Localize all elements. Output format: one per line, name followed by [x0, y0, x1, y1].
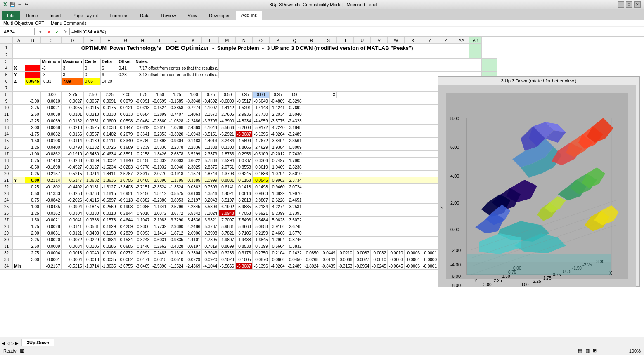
table-row: 19 -0.50 -0.1898 -0.4527 -0.9127 -1.5234… [0, 164, 513, 171]
cell-reference-box[interactable] [2, 28, 35, 35]
col-Y[interactable]: Y [421, 37, 438, 44]
tab-review[interactable]: Review [156, 11, 181, 20]
cell-h8: -1.75 [134, 92, 151, 98]
window-controls[interactable]: ─ □ ✕ [618, 1, 641, 8]
cancel-formula-btn[interactable]: ✕ [45, 29, 53, 35]
col-K[interactable]: K [185, 37, 202, 44]
row-4-header: 4 [0, 65, 13, 72]
tab-formulas[interactable]: Formulas [104, 11, 134, 20]
col-J[interactable]: J [168, 37, 185, 44]
table-row: 4 X -3 3 0 6 0.41 + 7/17 offset from cen… [0, 65, 513, 72]
svg-marker-59 [467, 262, 611, 275]
col-I[interactable]: I [151, 37, 168, 44]
tab-view[interactable]: View [182, 11, 203, 20]
tab-insert[interactable]: Insert [44, 11, 66, 20]
svg-text:6.00: 6.00 [450, 145, 459, 150]
tab-add-ins[interactable]: Add-Ins [236, 11, 262, 20]
col-H[interactable]: H [134, 37, 151, 44]
col-C[interactable]: C [40, 37, 62, 44]
cell-o8: 0.00 [252, 92, 269, 98]
title-bar: X 💾 ↩ ↪ 3Up-3Down.xls [Compatibility Mod… [0, 0, 644, 9]
tab-data[interactable]: Data [135, 11, 155, 20]
tab-file[interactable]: File [2, 11, 20, 20]
svg-text:1.50: 1.50 [502, 274, 510, 279]
col-D[interactable]: D [62, 37, 83, 44]
table-row: 25 1.00 -0.0435 -0.0994 -0.1845 -0.2569 … [0, 204, 513, 210]
table-row: 22 0.25 -0.1802 -0.4402 -0.9181 -1.6127 … [0, 184, 513, 190]
cell-r8-x: X [303, 92, 337, 98]
formula-input[interactable] [69, 28, 642, 35]
col-AA[interactable]: AA [454, 37, 469, 44]
table-row: 9 -3.00 0.0010 0.0027 0.0057 0.0091 0.00… [0, 98, 513, 105]
cell-g8: -2.00 [117, 92, 134, 98]
close-btn[interactable]: ✕ [634, 1, 641, 8]
svg-text:1.75: 1.75 [543, 276, 552, 280]
tab-page-layout[interactable]: Page Layout [67, 11, 104, 20]
col-F[interactable]: F [100, 37, 117, 44]
col-P[interactable]: P [269, 37, 286, 44]
cell-f5: 6 [100, 72, 117, 78]
col-N[interactable]: N [235, 37, 252, 44]
insert-function-btn[interactable]: fx [61, 29, 69, 34]
cell-ab2 [469, 52, 482, 59]
table-row: 28 1.75 0.0028 0.0141 0.0531 0.1629 0.42… [0, 223, 513, 230]
col-G[interactable]: G [117, 37, 134, 44]
excel-icon: X [3, 1, 7, 7]
confirm-formula-btn[interactable]: ✓ [53, 29, 61, 35]
row-6-header: 6 [0, 78, 13, 85]
formula-expand-btn[interactable]: ▾ [36, 29, 45, 35]
svg-text:Z: Z [439, 206, 444, 209]
minimize-btn[interactable]: ─ [618, 1, 624, 8]
cell-e3-center: Center [83, 59, 100, 65]
ribbon: File Home Insert Page Layout Formulas Da… [0, 9, 644, 27]
col-U[interactable]: U [354, 37, 371, 44]
table-row: 7 [0, 85, 513, 92]
col-AB[interactable]: AB [469, 37, 482, 44]
cell-f6: 14.20 [100, 78, 117, 85]
table-row: 34 Min -0.2157 -0.5215 -1.0714 -1.8635 -… [0, 263, 513, 270]
table-row: 14 -1.75 0.0032 0.0166 0.0557 0.1402 0.2… [0, 131, 513, 138]
cell-n8: -0.25 [235, 92, 252, 98]
spreadsheet-grid: A B C D E F G H I J K L M N O P Q [0, 37, 513, 270]
col-Q[interactable]: Q [286, 37, 303, 44]
col-S[interactable]: S [320, 37, 337, 44]
cell-ab3 [482, 59, 497, 65]
col-E[interactable]: E [83, 37, 100, 44]
cell-g3-offset: Offset [117, 59, 134, 65]
row-1-header: 1 [0, 44, 13, 52]
col-M[interactable]: M [218, 37, 235, 44]
row-5-header: 5 [0, 72, 13, 78]
col-R[interactable]: R [303, 37, 320, 44]
col-Z[interactable]: Z [438, 37, 454, 44]
ribbon-tabs: File Home Insert Page Layout Formulas Da… [0, 9, 644, 20]
save-btn[interactable]: 💾 [9, 2, 16, 7]
col-W[interactable]: W [388, 37, 405, 44]
col-B[interactable]: B [25, 37, 41, 44]
menu-commands-item[interactable]: Menu Commands [51, 21, 87, 26]
table-row: 27 1.50 -0.0021 0.0041 0.0388 0.1573 0.4… [0, 217, 513, 223]
cell-b6-z-val: 0.0545 [25, 78, 41, 85]
tab-home[interactable]: Home [21, 11, 43, 20]
cell-h4-note: + 7/17 offset from center so that the re… [134, 65, 219, 72]
col-O[interactable]: O [252, 37, 269, 44]
cell-h5-note: + 3/13 offset from center so that the re… [134, 72, 219, 78]
quick-access-toolbar[interactable]: 💾 ↩ ↪ [9, 2, 29, 7]
table-row: 32 2.75 0.0004 0.0013 0.0040 0.0108 0.02… [0, 250, 513, 256]
col-V[interactable]: V [371, 37, 388, 44]
redo-btn[interactable]: ↪ [24, 2, 29, 7]
table-row: 16 -1.25 -0.0400 -0.0790 -0.1132 -0.0725… [0, 144, 513, 151]
cell-e4: 0 [83, 65, 100, 72]
col-L[interactable]: L [202, 37, 219, 44]
cell-a5-y: Y [13, 72, 25, 78]
col-X[interactable]: X [405, 37, 421, 44]
maximize-btn[interactable]: □ [626, 1, 632, 8]
table-row: 31 2.50 0.0009 0.0034 0.0105 0.0286 0.06… [0, 243, 513, 250]
cell-f3-delta: Delta [100, 59, 117, 65]
cell-b5-red [25, 72, 41, 78]
chart-svg: 8.00 6.00 4.00 2.00 0.00 -2.00 -4.00 -6.… [438, 85, 636, 287]
undo-btn[interactable]: ↩ [17, 2, 23, 7]
col-A[interactable]: A [13, 37, 25, 44]
tab-developer[interactable]: Developer [204, 11, 235, 20]
col-T[interactable]: T [337, 37, 354, 44]
cell-row2 [13, 52, 469, 59]
